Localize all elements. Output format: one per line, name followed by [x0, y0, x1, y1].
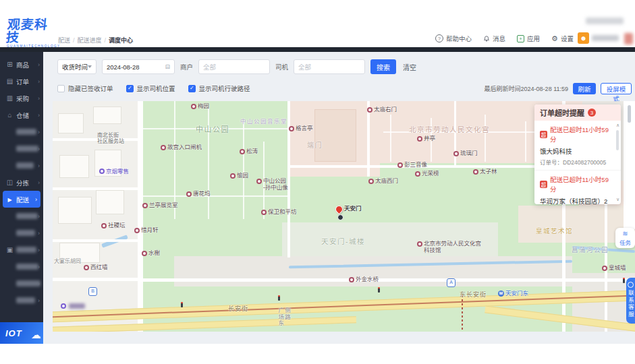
map-label: 彭三音像 [397, 162, 427, 169]
breadcrumb-item[interactable]: 调度中心 [109, 36, 133, 44]
sidebar-item[interactable] [0, 258, 43, 275]
iot-label: IOT [5, 328, 22, 338]
breadcrumb-item[interactable]: 配送 [58, 36, 75, 44]
apps-icon [517, 35, 524, 42]
sidebar-item-label [16, 129, 36, 135]
time-type-select[interactable]: 收货时间 [57, 59, 96, 74]
map-label: 梅园 [191, 103, 209, 110]
chevron-right-icon [38, 129, 40, 135]
task-tab-label: 任务 [619, 238, 631, 246]
redacted-strip [586, 18, 624, 24]
sidebar-item[interactable]: 采购 [0, 90, 43, 107]
map-path [485, 115, 486, 162]
merchant-input[interactable] [198, 59, 270, 74]
sidebar-item[interactable] [0, 140, 43, 157]
date-picker[interactable]: 2024-08-28 [102, 59, 175, 74]
map-label: 唐花坞 [186, 191, 211, 198]
map-label[interactable]: 天安门 [335, 206, 362, 213]
sidebar-item[interactable] [0, 275, 43, 292]
map-label-text: 皇城墙 [609, 265, 626, 272]
avatar[interactable] [578, 32, 589, 44]
panel-scroll-up-icon[interactable] [616, 123, 619, 128]
map-label [61, 303, 85, 309]
sidebar-item[interactable]: 仓储 [0, 107, 43, 123]
panel-scroll-down-icon[interactable] [616, 197, 619, 202]
sidebar-item[interactable]: 分拣 [0, 174, 43, 191]
alert-count-badge: 3 [588, 109, 596, 117]
sidebar-item-icon [6, 61, 13, 68]
order-item[interactable]: 超 配送已超时11小时59分 饿大妈科技 订单号：DD24082700005 [534, 121, 621, 171]
chevron-right-icon [38, 230, 40, 237]
contact-service-label: 联系客服 [627, 290, 635, 318]
sidebar-item[interactable] [0, 224, 43, 241]
scrollbar-thumb[interactable] [628, 105, 631, 123]
clear-button[interactable]: 清空 [403, 62, 416, 72]
map-option-checkbox[interactable]: 隐藏已签收订单 [57, 84, 113, 93]
sidebar-item[interactable]: 商品 [0, 56, 43, 73]
timeout-badge: 超 [540, 131, 547, 138]
map-label: 天安门-城楼 [321, 237, 365, 245]
map-label-text: 菖蒲河公园 [572, 247, 609, 254]
sidebar-item[interactable] [0, 241, 43, 258]
map-road [53, 187, 138, 190]
map-road [53, 239, 138, 242]
map-label-text: B [91, 289, 94, 294]
map-label: 长安街 [228, 305, 248, 312]
chevron-right-icon [38, 179, 40, 186]
sidebar-item-label [16, 264, 38, 270]
sidebar: 商品 订单 采购 [0, 52, 43, 344]
order-merchant: 饿大妈科技 [540, 146, 611, 156]
driver-input[interactable] [294, 59, 365, 74]
sidebar-item[interactable] [0, 123, 43, 140]
sidebar-item[interactable] [0, 157, 43, 174]
contact-service-button[interactable]: 联系客服 [626, 278, 635, 324]
map-label: 北京市劳动人民文化宫 [409, 125, 490, 133]
map-label-text: 端门 [307, 142, 323, 150]
map-label-text: 太庙右门 [374, 107, 397, 113]
cast-mode-button[interactable]: 投屏模式 [601, 83, 632, 94]
map-road [140, 278, 635, 282]
chevron-right-icon [38, 61, 40, 68]
sidebar-item[interactable]: 订单 [0, 73, 43, 90]
sidebar-item[interactable] [0, 292, 43, 309]
map-label-text: 彭三音像 [404, 162, 427, 169]
header-divider-strip [0, 47, 635, 52]
map-label: 大宴乐胡同 [54, 258, 81, 264]
messages-button[interactable]: 消息 [483, 34, 505, 43]
help-center-button[interactable]: 帮助中心 [435, 34, 472, 43]
chat-face-icon [628, 282, 634, 288]
order-item[interactable]: 超 配送已超时11小时59分 华润万家（科技园店）2 订单号：DD2408270… [534, 171, 621, 204]
sidebar-item-label: 订单 [16, 77, 29, 86]
sidebar-item-label [16, 280, 40, 286]
sidebar-item-icon [6, 247, 13, 253]
panel-scrollbar-thumb[interactable] [616, 130, 619, 150]
map-label: 社稷坛 [101, 222, 126, 229]
map-label: 太子林 [473, 169, 497, 175]
breadcrumb-item[interactable]: 配送进度 [78, 36, 107, 44]
map-option-checkbox[interactable]: 显示司机行驶路径 [188, 84, 250, 93]
map-label: 保卫和平坊 [261, 209, 297, 216]
layers-icon [622, 231, 628, 237]
search-button[interactable]: 搜索 [370, 59, 396, 74]
apps-button[interactable]: 应用 [517, 34, 540, 43]
order-number: 订单号：DD24082700005 [540, 158, 611, 166]
checkbox-label: 显示司机位置 [137, 84, 175, 93]
map-label: B [88, 287, 97, 296]
map-option-checkbox[interactable]: 显示司机位置 [126, 84, 175, 93]
iot-banner[interactable]: IOT [0, 322, 43, 344]
map-label: 北京市劳动人民文化宫 科技馆 [417, 241, 481, 254]
sidebar-item[interactable] [0, 208, 43, 224]
settings-button[interactable]: 设置 [551, 34, 574, 43]
map-label-text: 大宴乐胡同 [54, 258, 81, 264]
map-road [138, 101, 143, 332]
map-right-scroll-strip[interactable] [624, 101, 635, 229]
map-label: 太庙右门 [367, 107, 397, 113]
task-tab[interactable]: 任务 [615, 228, 635, 248]
map-label: 广场东侧路 [277, 307, 290, 332]
logo[interactable]: 观麦科技 GUANMAITECHNOLOGY [7, 18, 54, 48]
refresh-button[interactable]: 刷新 [573, 83, 596, 94]
map-path [390, 115, 391, 162]
map-label: 天安门东 [498, 291, 528, 297]
sidebar-item[interactable]: 配送 [3, 191, 40, 208]
map-label-text: 愉园 [237, 173, 248, 179]
